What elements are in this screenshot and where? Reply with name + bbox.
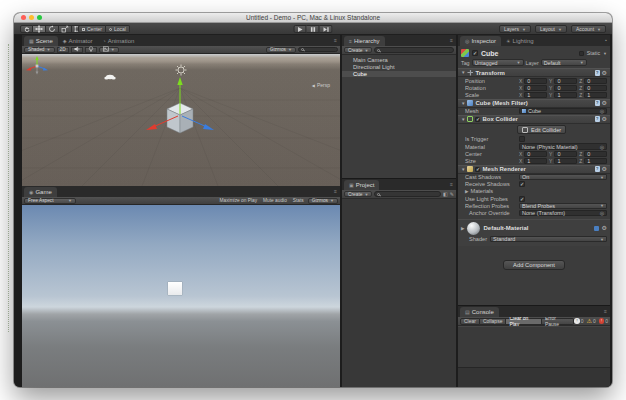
- box-collider-header[interactable]: ▼ ✓ Box Collider ?⚙: [458, 115, 610, 124]
- info-filter-button[interactable]: ! 0: [574, 318, 583, 324]
- stats-button[interactable]: Stats: [291, 198, 306, 203]
- scene-gizmos-dropdown[interactable]: Gizmos▼: [266, 47, 296, 53]
- mesh-field[interactable]: Cube ◎: [519, 108, 607, 115]
- layers-dropdown[interactable]: Layers▼: [499, 25, 531, 33]
- clear-button[interactable]: Clear: [460, 318, 480, 325]
- hierarchy-create-button[interactable]: Create▼: [344, 47, 372, 54]
- layer-dropdown[interactable]: Default▼: [541, 59, 587, 66]
- mesh-renderer-header[interactable]: ▼ ✓ Mesh Renderer ?⚙: [458, 165, 610, 174]
- mute-audio-button[interactable]: Mute audio: [261, 198, 289, 203]
- add-component-button[interactable]: Add Component: [503, 260, 565, 270]
- tag-dropdown[interactable]: Untagged▼: [472, 59, 524, 66]
- project-content[interactable]: [342, 199, 456, 387]
- transform-header[interactable]: ▼ Transform ?⚙: [458, 68, 610, 77]
- hierarchy-search-input[interactable]: [374, 47, 454, 53]
- static-checkbox[interactable]: [579, 51, 584, 56]
- help-icon[interactable]: ?: [595, 116, 600, 122]
- panel-menu-icon[interactable]: ≡: [334, 37, 337, 43]
- projection-mode[interactable]: ◀ Persp: [312, 82, 330, 88]
- help-icon[interactable]: ?: [595, 166, 600, 172]
- hierarchy-item-directional-light[interactable]: Directional Light: [342, 64, 456, 71]
- panel-menu-icon[interactable]: ≡: [450, 37, 453, 43]
- pause-button[interactable]: [307, 25, 320, 33]
- object-picker-icon[interactable]: ◎: [600, 144, 604, 150]
- reflection-probes-dropdown[interactable]: Blend Probes▼: [519, 203, 607, 210]
- foldout-icon[interactable]: ▼: [461, 101, 465, 106]
- position-z-field[interactable]: 0: [584, 78, 607, 84]
- tab-project[interactable]: ▣ Project: [344, 180, 379, 190]
- tab-game[interactable]: ◉ Game: [24, 187, 57, 197]
- object-picker-icon[interactable]: ◎: [600, 210, 604, 216]
- error-pause-button[interactable]: Error Pause: [542, 318, 574, 325]
- is-trigger-checkbox[interactable]: [519, 136, 525, 142]
- rotation-x-field[interactable]: 0: [524, 85, 547, 91]
- foldout-icon[interactable]: ▶: [465, 189, 468, 194]
- step-button[interactable]: [320, 25, 333, 33]
- scene-effects-dropdown[interactable]: ▼: [99, 47, 119, 53]
- shader-dropdown[interactable]: Standard▼: [490, 236, 607, 243]
- foldout-icon[interactable]: ▼: [461, 117, 465, 122]
- foldout-icon[interactable]: ▼: [461, 167, 465, 172]
- game-gizmos-dropdown[interactable]: Gizmos▼: [308, 198, 338, 204]
- size-y-field[interactable]: 1: [554, 158, 577, 164]
- project-search-input[interactable]: [374, 191, 441, 197]
- chevron-down-icon[interactable]: ▼: [603, 51, 607, 56]
- size-x-field[interactable]: 1: [524, 158, 547, 164]
- box-collider-enabled-checkbox[interactable]: ✓: [475, 117, 480, 122]
- scale-y-field[interactable]: 1: [554, 92, 577, 98]
- gear-icon[interactable]: ⚙: [602, 116, 607, 122]
- toggle-2d-button[interactable]: 2D: [57, 47, 69, 53]
- hierarchy-item-main-camera[interactable]: Main Camera: [342, 57, 456, 64]
- gameobject-name[interactable]: Cube: [481, 50, 499, 57]
- scene-view[interactable]: ◀ Persp: [22, 54, 340, 186]
- rotate-tool-button[interactable]: [46, 25, 59, 33]
- hand-tool-button[interactable]: [20, 25, 33, 33]
- pivot-local-button[interactable]: Local: [106, 25, 130, 33]
- warning-filter-button[interactable]: ⚠ 0: [587, 318, 596, 324]
- pivot-center-button[interactable]: Center: [78, 25, 106, 33]
- rotation-z-field[interactable]: 0: [584, 85, 607, 91]
- lock-icon[interactable]: ◧: [443, 191, 448, 197]
- center-y-field[interactable]: 0: [554, 151, 577, 157]
- panel-menu-icon[interactable]: ≡: [450, 181, 453, 187]
- clear-on-play-button[interactable]: Clear on Play: [506, 318, 542, 325]
- edit-collider-button[interactable]: Edit Collider: [517, 125, 566, 134]
- receive-shadows-checkbox[interactable]: ✓: [519, 181, 525, 187]
- size-z-field[interactable]: 1: [584, 158, 607, 164]
- physic-material-field[interactable]: None (Physic Material) ◎: [519, 143, 607, 150]
- shading-mode-dropdown[interactable]: Shaded▼: [24, 47, 55, 53]
- help-icon[interactable]: ?: [595, 100, 600, 106]
- gear-icon[interactable]: ⚙: [602, 100, 607, 106]
- scale-z-field[interactable]: 1: [584, 92, 607, 98]
- error-filter-button[interactable]: ! 0: [599, 318, 608, 324]
- aspect-dropdown[interactable]: Free Aspect▼: [24, 198, 76, 204]
- scene-audio-button[interactable]: [71, 47, 83, 53]
- gear-icon[interactable]: ⚙: [602, 225, 607, 231]
- tab-lighting[interactable]: ☀ Lighting: [501, 36, 539, 46]
- center-z-field[interactable]: 0: [584, 151, 607, 157]
- scale-tool-button[interactable]: [59, 25, 72, 33]
- light-probes-checkbox[interactable]: ✓: [519, 196, 525, 202]
- tab-console[interactable]: ▤ Console: [460, 307, 499, 317]
- tab-hierarchy[interactable]: ≡ Hierarchy: [344, 36, 385, 46]
- foldout-icon[interactable]: ▼: [461, 70, 465, 75]
- center-x-field[interactable]: 0: [524, 151, 547, 157]
- position-y-field[interactable]: 0: [554, 78, 577, 84]
- anchor-override-field[interactable]: None (Transform) ◎: [519, 210, 607, 217]
- layout-dropdown[interactable]: Layout▼: [535, 25, 567, 33]
- tab-inspector[interactable]: ◎ Inspector: [460, 36, 501, 46]
- rotation-y-field[interactable]: 0: [554, 85, 577, 91]
- panel-menu-icon[interactable]: ≡: [604, 308, 607, 314]
- help-icon[interactable]: ?: [595, 70, 600, 76]
- hierarchy-item-cube[interactable]: Cube: [342, 71, 456, 78]
- project-create-button[interactable]: Create▼: [344, 191, 372, 198]
- mesh-renderer-enabled-checkbox[interactable]: ✓: [475, 167, 480, 172]
- maximize-on-play-button[interactable]: Maximize on Play: [218, 198, 260, 203]
- game-view[interactable]: [22, 205, 340, 387]
- object-picker-icon[interactable]: ◎: [600, 108, 604, 114]
- foldout-icon[interactable]: ▶: [461, 226, 464, 231]
- scene-orientation-gizmo[interactable]: [22, 54, 52, 78]
- tab-animator[interactable]: ◈ Animator: [58, 36, 98, 46]
- active-checkbox[interactable]: ✓: [472, 50, 478, 56]
- cast-shadows-dropdown[interactable]: On▼: [519, 174, 607, 181]
